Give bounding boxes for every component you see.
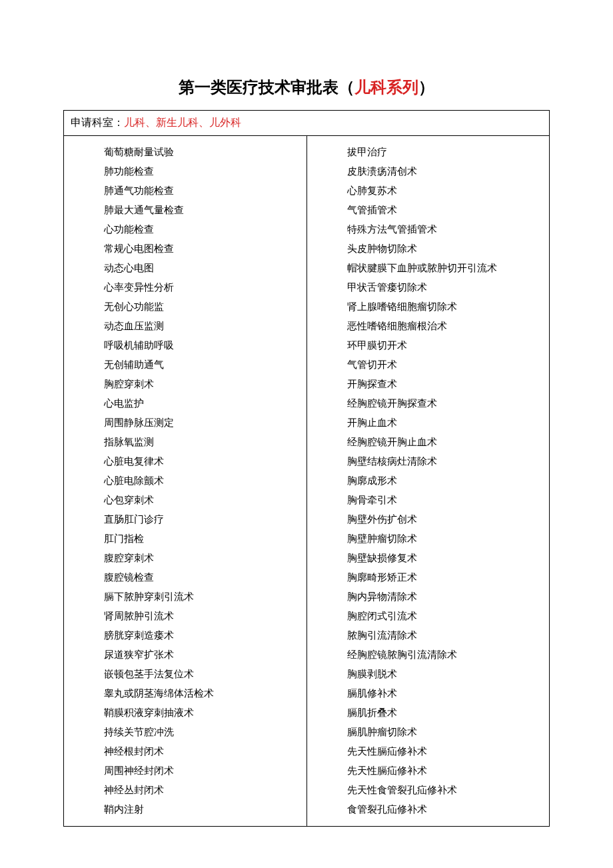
list-item: 胸膜剥脱术 [347, 665, 550, 684]
list-item: 心脏电除颤术 [104, 471, 306, 491]
list-item: 胸廓成形术 [347, 471, 550, 491]
list-item: 皮肤溃疡清创术 [347, 162, 550, 181]
list-item: 胸壁结核病灶清除术 [347, 452, 550, 471]
list-item: 鞘内注射 [104, 800, 306, 819]
department-label: 申请科室： [71, 116, 124, 130]
list-item: 神经丛封闭术 [104, 781, 306, 800]
list-item: 气管切开术 [347, 355, 550, 375]
list-item: 胸骨牵引术 [347, 491, 550, 510]
list-item: 神经根封闭术 [104, 742, 306, 761]
list-item: 心肺复苏术 [347, 181, 550, 201]
list-item: 先天性膈疝修补术 [347, 742, 550, 761]
right-column: 拔甲治疗皮肤溃疡清创术心肺复苏术气管插管术特殊方法气管插管术头皮肿物切除术帽状腱… [307, 136, 550, 826]
list-item: 开胸探查术 [347, 375, 550, 394]
approval-table: 申请科室：儿科、新生儿科、儿外科 葡萄糖耐量试验肺功能检查肺通气功能检查肺最大通… [63, 110, 550, 827]
title-suffix: ） [418, 78, 434, 96]
list-item: 拔甲治疗 [347, 143, 550, 162]
list-item: 甲状舌管瘘切除术 [347, 278, 550, 297]
department-value: 儿科、新生儿科、儿外科 [124, 116, 241, 130]
list-item: 心功能检查 [104, 220, 306, 239]
list-item: 肺通气功能检查 [104, 181, 306, 201]
list-item: 膀胱穿刺造瘘术 [104, 626, 306, 645]
title-highlight: 儿科系列 [354, 78, 418, 96]
list-item: 经胸腔镜开胸探查术 [347, 394, 550, 413]
list-item: 环甲膜切开术 [347, 336, 550, 355]
list-item: 帽状腱膜下血肿或脓肿切开引流术 [347, 259, 550, 278]
list-item: 肛门指检 [104, 529, 306, 549]
list-item: 胸腔穿刺术 [104, 375, 306, 394]
list-item: 心率变异性分析 [104, 278, 306, 297]
list-item: 无创心功能监 [104, 297, 306, 317]
content-row: 葡萄糖耐量试验肺功能检查肺通气功能检查肺最大通气量检查心功能检查常规心电图检查动… [64, 136, 549, 826]
list-item: 呼吸机辅助呼吸 [104, 336, 306, 355]
list-item: 直肠肛门诊疗 [104, 510, 306, 529]
list-item: 头皮肿物切除术 [347, 239, 550, 259]
list-item: 肺最大通气量检查 [104, 201, 306, 220]
list-item: 膈下脓肿穿刺引流术 [104, 587, 306, 607]
list-item: 先天性膈疝修补术 [347, 761, 550, 781]
list-item: 膈肌修补术 [347, 684, 550, 703]
list-item: 气管插管术 [347, 201, 550, 220]
list-item: 指脉氧监测 [104, 433, 306, 452]
list-item: 胸内异物清除术 [347, 587, 550, 607]
list-item: 嵌顿包茎手法复位术 [104, 665, 306, 684]
list-item: 睾丸或阴茎海绵体活检术 [104, 684, 306, 703]
list-item: 先天性食管裂孔疝修补术 [347, 781, 550, 800]
list-item: 肺功能检查 [104, 162, 306, 181]
document-title: 第一类医疗技术审批表（儿科系列） [0, 77, 613, 98]
list-item: 腹腔镜检查 [104, 568, 306, 587]
list-item: 尿道狭窄扩张术 [104, 645, 306, 665]
list-item: 恶性嗜铬细胞瘤根治术 [347, 317, 550, 336]
list-item: 食管裂孔疝修补术 [347, 800, 550, 819]
list-item: 心脏电复律术 [104, 452, 306, 471]
list-item: 胸廓畸形矫正术 [347, 568, 550, 587]
list-item: 动态心电图 [104, 259, 306, 278]
list-item: 膈肌肿瘤切除术 [347, 723, 550, 742]
list-item: 周围静脉压测定 [104, 413, 306, 433]
list-item: 肾周脓肿引流术 [104, 607, 306, 626]
list-item: 肾上腺嗜铬细胞瘤切除术 [347, 297, 550, 317]
list-item: 心电监护 [104, 394, 306, 413]
list-item: 动态血压监测 [104, 317, 306, 336]
list-item: 葡萄糖耐量试验 [104, 143, 306, 162]
list-item: 膈肌折叠术 [347, 703, 550, 723]
list-item: 胸壁缺损修复术 [347, 549, 550, 568]
list-item: 胸壁肿瘤切除术 [347, 529, 550, 549]
list-item: 开胸止血术 [347, 413, 550, 433]
list-item: 持续关节腔冲洗 [104, 723, 306, 742]
list-item: 经胸腔镜脓胸引流清除术 [347, 645, 550, 665]
list-item: 特殊方法气管插管术 [347, 220, 550, 239]
list-item: 无创辅助通气 [104, 355, 306, 375]
list-item: 周围神经封闭术 [104, 761, 306, 781]
list-item: 腹腔穿刺术 [104, 549, 306, 568]
list-item: 胸壁外伤扩创术 [347, 510, 550, 529]
left-column: 葡萄糖耐量试验肺功能检查肺通气功能检查肺最大通气量检查心功能检查常规心电图检查动… [64, 136, 307, 826]
list-item: 脓胸引流清除术 [347, 626, 550, 645]
list-item: 常规心电图检查 [104, 239, 306, 259]
title-prefix: 第一类医疗技术审批表（ [179, 78, 354, 96]
list-item: 经胸腔镜开胸止血术 [347, 433, 550, 452]
department-header-row: 申请科室：儿科、新生儿科、儿外科 [64, 111, 549, 136]
list-item: 胸腔闭式引流术 [347, 607, 550, 626]
list-item: 心包穿刺术 [104, 491, 306, 510]
list-item: 鞘膜积液穿刺抽液术 [104, 703, 306, 723]
